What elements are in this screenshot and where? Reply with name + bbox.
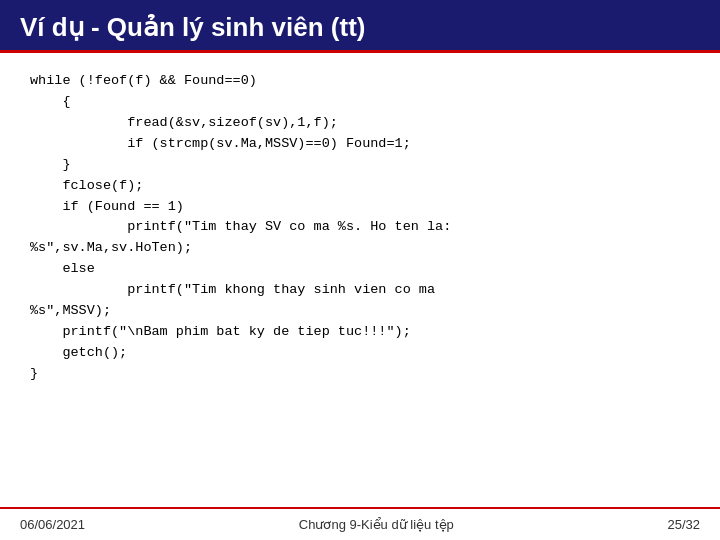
- content-area: while (!feof(f) && Found==0) { fread(&sv…: [0, 53, 720, 395]
- code-line-1: while (!feof(f) && Found==0) { fread(&sv…: [30, 73, 451, 381]
- slide-footer: 06/06/2021 Chương 9-Kiểu dữ liệu tệp 25/…: [0, 507, 720, 540]
- code-block: while (!feof(f) && Found==0) { fread(&sv…: [30, 71, 690, 385]
- footer-date: 06/06/2021: [20, 517, 85, 532]
- slide: Ví dụ - Quản lý sinh viên (tt) while (!f…: [0, 0, 720, 540]
- slide-header: Ví dụ - Quản lý sinh viên (tt): [0, 0, 720, 53]
- header-underline: [0, 50, 720, 53]
- footer-page: 25/32: [667, 517, 700, 532]
- slide-title: Ví dụ - Quản lý sinh viên (tt): [20, 12, 700, 43]
- footer-chapter: Chương 9-Kiểu dữ liệu tệp: [299, 517, 454, 532]
